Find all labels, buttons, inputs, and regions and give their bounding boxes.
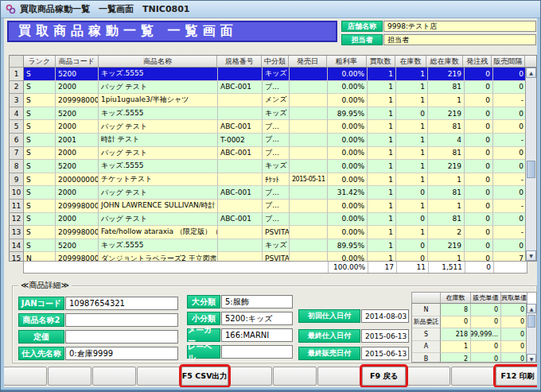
cell: 209998000736 [56,200,99,213]
cell: 1 [368,94,396,107]
cell: 1piu1uguale3/半袖シャツ [99,94,218,107]
table-row[interactable]: 1S5200キッズ.5555キッズ0.00%1121900 [10,68,527,81]
table-row[interactable]: 10S2000バッグ テストABC-001ブ...31.42%108100 [10,186,527,200]
grid-header-filler [525,56,536,68]
detail-value-left-0[interactable]: 10987654321 [65,297,178,310]
cell: 0 [396,252,428,261]
cell: 0.00% [328,213,368,227]
table-row[interactable]: 3S2099980007221piu1uguale3/半袖シャツメンズ0.00%… [10,94,527,107]
cell: 81 [428,81,465,95]
column-header-11[interactable]: 販売間隔 [492,56,525,68]
cell [290,200,328,213]
cell: 0 [493,120,527,134]
cell: 時計 テスト [99,134,218,147]
function-button-6[interactable] [229,367,273,386]
column-header-4[interactable]: 中分類 [262,56,289,68]
staff-value[interactable]: 担当者 [383,34,536,45]
detail-value-mid-3[interactable] [221,345,293,359]
function-button-2[interactable] [48,367,91,386]
column-header-9[interactable]: 総在庫数 [426,56,463,68]
mini-scroll-down-icon[interactable]: ▼ [527,354,536,363]
mini-cell: 1 [441,341,471,354]
column-header-8[interactable]: 在庫数 [395,56,427,68]
detail-value-mid-0[interactable]: 5:服飾 [221,295,293,309]
mini-col-header-0: 在庫数 [441,293,471,304]
table-row[interactable]: 4S5200キッズ.5555キッズ89.95%1021900 [10,107,527,121]
grid-body: 1S5200キッズ.5555キッズ0.00%11219002S2000バッグ テ… [10,68,527,261]
table-row[interactable]: 14S5200キッズ.5555キッズ89.95%1021900 [10,239,527,253]
column-header-5[interactable]: 発売日 [289,56,327,68]
table-row[interactable]: 2S2000バッグ テストABC-001ブ...0.00%118100 [10,81,527,95]
store-name-value[interactable]: 9998:テスト店 [383,21,536,32]
function-button-10[interactable] [407,367,450,386]
table-row[interactable]: 9S200000000006チケットテストﾁｹｯﾄ2015-05-110.00%… [10,173,527,187]
table-row[interactable]: 5S2000バッグ テストABC-001ブ...0.00%118100 [10,120,527,134]
mini-scroll-up-icon[interactable]: ▲ [527,304,536,313]
mini-table-header: 在庫数販売単価買取単価 [412,293,536,304]
column-header-10[interactable]: 発注残 [463,56,492,68]
mini-row[interactable]: N800 [412,304,536,316]
function-button-7[interactable] [273,367,317,386]
table-row[interactable]: 8S5200キッズ.5555キッズ0.00%1121900 [10,160,527,173]
date-value-1[interactable]: 2015-06-13 [361,329,409,343]
mini-scroll-thumb[interactable] [527,315,535,328]
cell: メンズ [263,94,290,107]
function-button-11[interactable] [451,367,495,386]
mini-scrollbar[interactable]: ▲ ▼ [526,304,536,363]
function-button-3[interactable] [92,367,136,386]
detail-value-mid-1[interactable]: 5200:キッズ [221,312,293,325]
function-button-8[interactable] [317,367,361,386]
cell: 0.00% [328,226,368,239]
scroll-up-icon[interactable]: ▲ [526,68,536,78]
cell: S [24,94,56,107]
mini-cell: 0 [471,304,501,316]
row-number-cell: 9 [10,173,24,187]
column-header-2[interactable]: 商品名称 [99,56,218,68]
table-row[interactable]: 11S209998000736JOHN LAWRENCE SULLIVAN/時計… [10,200,527,213]
column-header-0[interactable]: ランク [24,56,56,68]
cell: S [24,81,56,95]
cell: 0 [465,107,493,121]
mini-cell: 0 [501,341,527,354]
detail-value-left-1[interactable] [65,313,178,327]
print-button[interactable]: F12 印刷 [496,367,539,386]
table-row[interactable]: 15N209998000783ダンジョントラベラーズ2 王立図書PSVITA0.… [10,252,527,261]
table-row[interactable]: 7S2000バッグ テストABC-001ブ...0.00%118100 [10,147,527,161]
mini-row[interactable]: S21899,999...0 [412,328,536,341]
table-row[interactable]: 12S2000バッグ テストABC-001ブ...0.00%108100 [10,213,527,227]
function-button-4[interactable] [137,367,181,386]
mini-row[interactable]: 新品委託000 [412,316,536,329]
table-row[interactable]: 6S2001時計 テストT-0002ブ...0.00%1140- [10,134,527,147]
cell: 1 [368,213,396,227]
cell: 1 [368,120,396,134]
column-header-1[interactable]: 商品コード [56,56,99,68]
cell: ブ... [263,200,290,213]
grid-scrollbar[interactable]: ▲ ▼ [525,68,536,261]
column-header-7[interactable]: 買取数 [367,56,395,68]
column-header-3[interactable]: 規格番号 [217,56,262,68]
scroll-thumb[interactable] [527,161,535,178]
cell: 0 [465,226,493,239]
mini-cell: 0 [501,304,527,316]
csv-export-button[interactable]: F5 CSV出力 [181,367,228,386]
scroll-down-icon[interactable]: ▼ [526,250,536,261]
column-header-6[interactable]: 粗利率 [327,56,367,68]
mini-row[interactable]: A100 [412,341,536,354]
cell: 2000 [56,147,99,161]
cell: ABC-001 [218,186,263,200]
date-label-1: 最終仕入日付 [298,329,360,343]
function-button-1[interactable] [3,367,47,386]
detail-value-left-2[interactable] [65,330,178,343]
detail-value-mid-2[interactable]: 166:MARNI [221,328,293,342]
table-row[interactable]: 13S209998000781Fate/hollow ataraxia （限定版… [10,226,527,239]
date-value-0[interactable]: 2014-08-03 [361,309,409,323]
cell: 0 [465,213,493,227]
detail-value-left-3[interactable]: 0:倉庫9999 [65,347,178,360]
back-button[interactable]: F9 戻る [362,367,406,386]
page-title: 買取商品稼動一覧 一覧画面 [7,21,337,42]
mini-row[interactable]: B200 [412,353,536,363]
date-value-2[interactable]: 2015-06-13 [361,347,409,360]
cell: 89.95% [328,107,368,121]
cell [218,160,263,173]
row-number-cell: 11 [10,200,24,213]
